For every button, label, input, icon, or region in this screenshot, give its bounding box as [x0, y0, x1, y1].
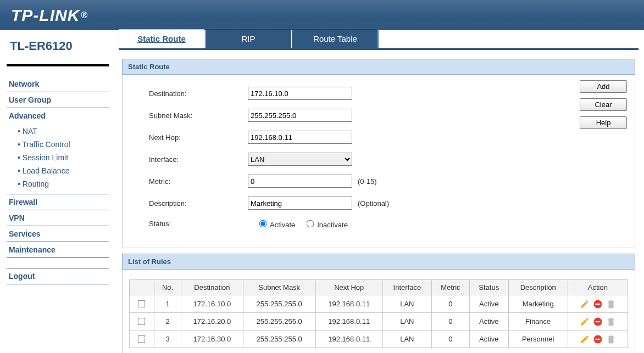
nexthop-input[interactable] — [248, 131, 352, 144]
description-hint: (Optional) — [358, 199, 389, 208]
subnet-label: Subnet Mask: — [132, 111, 248, 120]
cell-status: Active — [469, 313, 508, 330]
sidebar-item-routing[interactable]: Routing — [7, 177, 109, 190]
add-button[interactable]: Add — [580, 80, 627, 93]
clear-button[interactable]: Clear — [580, 98, 627, 111]
destination-input[interactable] — [248, 87, 352, 100]
cell-no: 2 — [154, 313, 181, 330]
metric-input[interactable] — [248, 175, 352, 188]
status-activate-option[interactable]: Activate — [257, 218, 295, 229]
status-inactivate-option[interactable]: Inactivate — [304, 218, 348, 229]
status-activate-radio[interactable] — [259, 220, 267, 228]
col-action: Action — [568, 280, 628, 295]
panel-side-buttons: Add Clear Help — [580, 80, 627, 129]
sidebar-item-network[interactable]: Network — [7, 76, 109, 92]
brand-text: TP-LINK — [11, 6, 80, 25]
trash-icon[interactable] — [606, 317, 616, 327]
sidebar-item-nat[interactable]: NAT — [7, 125, 109, 138]
tab-rip[interactable]: RIP — [206, 29, 291, 48]
col-check — [130, 280, 154, 295]
help-button[interactable]: Help — [580, 116, 627, 129]
tab-static-route[interactable]: Static Route — [119, 29, 204, 48]
cell-status: Active — [469, 295, 508, 313]
cell-interface: LAN — [382, 295, 431, 313]
cell-nexthop: 192.168.0.11 — [315, 295, 382, 313]
interface-label: Interface: — [132, 155, 248, 164]
sidebar-item-logout[interactable]: Logout — [7, 268, 109, 284]
cell-destination: 172.16.30.0 — [181, 330, 243, 348]
status-inactivate-radio[interactable] — [307, 220, 314, 228]
cell-subnet: 255.255.255.0 — [243, 313, 315, 330]
cell-action — [568, 313, 628, 330]
description-label: Description: — [132, 199, 248, 208]
edit-icon[interactable] — [580, 334, 590, 344]
cell-no: 1 — [154, 295, 181, 313]
edit-icon[interactable] — [580, 299, 590, 309]
cell-description: Personnel — [508, 330, 568, 348]
cell-description: Marketing — [508, 295, 568, 313]
col-subnet: Subnet Mask — [243, 280, 315, 295]
row-checkbox[interactable] — [137, 335, 145, 343]
sidebar-item-firewall[interactable]: Firewall — [7, 194, 109, 210]
device-model: TL-ER6120 — [10, 39, 109, 53]
col-no: No. — [154, 280, 181, 295]
top-banner: TP-LINK® — [0, 0, 644, 30]
row-checkbox[interactable] — [137, 300, 145, 308]
cell-metric: 0 — [431, 295, 469, 313]
cell-interface: LAN — [382, 313, 431, 330]
sidebar-item-session-limit[interactable]: Session Limit — [7, 151, 109, 164]
sidebar: TL-ER6120 Network User Group Advanced NA… — [0, 30, 115, 284]
trash-icon[interactable] — [606, 334, 616, 344]
metric-label: Metric: — [132, 177, 248, 186]
sidebar-item-vpn[interactable]: VPN — [7, 210, 109, 226]
row-checkbox[interactable] — [137, 318, 145, 326]
cell-status: Active — [469, 330, 508, 348]
table-row: 2172.16.20.0255.255.255.0192.168.0.11LAN… — [130, 313, 628, 330]
main-content: Static Route RIP Route Table Static Rout… — [115, 30, 644, 353]
sidebar-item-load-balance[interactable]: Load Balance — [7, 164, 109, 177]
rules-header-row: No. Destination Subnet Mask Next Hop Int… — [130, 280, 628, 295]
table-row: 3172.16.30.0255.255.255.0192.168.0.11LAN… — [130, 330, 628, 348]
col-nexthop: Next Hop — [315, 280, 382, 295]
tabs: Static Route RIP Route Table — [119, 29, 639, 48]
table-row: 1172.16.10.0255.255.255.0192.168.0.11LAN… — [130, 295, 628, 313]
sidebar-item-user-group[interactable]: User Group — [7, 92, 109, 108]
sidebar-item-traffic-control[interactable]: Traffic Control — [7, 138, 109, 151]
cell-interface: LAN — [382, 330, 431, 348]
status-label: Status: — [132, 220, 248, 228]
description-input[interactable] — [248, 197, 352, 210]
sidebar-item-advanced[interactable]: Advanced — [7, 108, 109, 124]
rules-title: List of Rules — [122, 254, 635, 270]
cell-metric: 0 — [431, 330, 469, 348]
cell-nexthop: 192.168.0.11 — [315, 330, 382, 348]
cell-subnet: 255.255.255.0 — [243, 330, 315, 348]
cell-nexthop: 192.168.0.11 — [315, 313, 382, 330]
col-description: Description — [508, 280, 568, 295]
cell-destination: 172.16.10.0 — [181, 295, 243, 313]
nav-menu: Network User Group Advanced NAT Traffic … — [7, 76, 109, 258]
brand-logo: TP-LINK® — [11, 6, 88, 25]
trash-icon[interactable] — [606, 299, 616, 309]
sidebar-item-maintenance[interactable]: Maintenance — [7, 242, 109, 257]
cell-action — [568, 295, 628, 313]
col-interface: Interface — [382, 280, 431, 295]
panel-title: Static Route — [122, 59, 635, 75]
static-route-panel: Static Route Add Clear Help Destination:… — [122, 59, 635, 248]
cell-action — [568, 330, 628, 348]
interface-select[interactable]: LAN — [248, 153, 352, 166]
tab-route-table[interactable]: Route Table — [292, 29, 379, 48]
edit-icon[interactable] — [580, 317, 590, 327]
rules-table: No. Destination Subnet Mask Next Hop Int… — [129, 279, 628, 348]
sidebar-item-services[interactable]: Services — [7, 226, 109, 242]
remove-icon[interactable] — [593, 334, 603, 344]
col-destination: Destination — [181, 280, 243, 295]
col-status: Status — [469, 280, 508, 295]
cell-no: 3 — [154, 330, 181, 348]
advanced-submenu: NAT Traffic Control Session Limit Load B… — [7, 124, 109, 194]
remove-icon[interactable] — [593, 317, 603, 327]
remove-icon[interactable] — [593, 299, 603, 309]
cell-subnet: 255.255.255.0 — [243, 295, 315, 313]
subnet-input[interactable] — [248, 109, 352, 122]
destination-label: Destination: — [132, 89, 248, 98]
metric-hint: (0-15) — [358, 177, 377, 186]
